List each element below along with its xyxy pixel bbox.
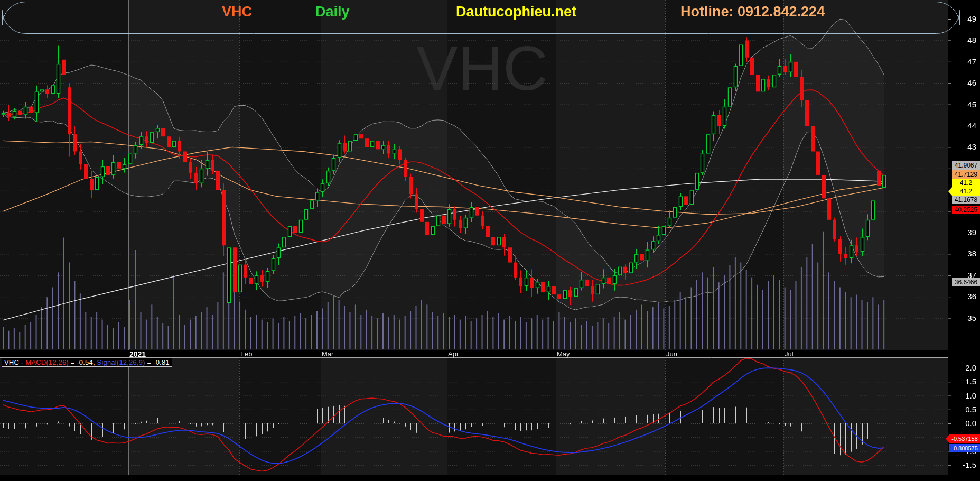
macd-axis-label: 1.0 bbox=[950, 392, 976, 400]
price-tag: 41.7129 bbox=[952, 170, 980, 179]
hotline-label: Hotline: 0912.842.224 bbox=[680, 4, 825, 20]
macd-tag: -0.808575 bbox=[949, 444, 980, 452]
price-tag: 41.2 bbox=[952, 187, 980, 196]
macd-caption-part: MACD(12,26) bbox=[25, 358, 69, 366]
tag-arrow-icon bbox=[946, 434, 949, 443]
macd-axis-label: -1.5 bbox=[950, 461, 976, 469]
price-axis-label: 45 bbox=[950, 100, 976, 108]
price-tag: 41.9067 bbox=[952, 161, 980, 170]
price-axis-label: 38 bbox=[950, 249, 976, 257]
time-axis-month-label: Mar bbox=[322, 350, 333, 358]
time-axis-month-label: Apr bbox=[448, 350, 459, 358]
time-axis-month-label: Jul bbox=[785, 350, 794, 358]
site-label: Dautucophieu.net bbox=[456, 4, 576, 20]
price-tag: 41.1678 bbox=[952, 196, 980, 204]
macd-axis-label: 0.5 bbox=[950, 405, 976, 413]
price-axis-label: 49 bbox=[950, 15, 976, 23]
price-axis-label: 44 bbox=[950, 122, 976, 130]
macd-tag: -0.537158 bbox=[949, 434, 980, 443]
price-axis-label: 47 bbox=[950, 58, 976, 66]
price-tag: 41.2 bbox=[952, 179, 980, 187]
price-axis-label: 36 bbox=[950, 292, 976, 300]
time-axis-month-label: Jun bbox=[666, 350, 677, 358]
macd-axis-label: 2.0 bbox=[950, 364, 976, 372]
time-axis-month-label: May bbox=[557, 350, 570, 358]
price-axis-label: 46 bbox=[950, 79, 976, 87]
price-axis-label: 43 bbox=[950, 143, 976, 151]
time-axis-month-label: Feb bbox=[240, 350, 252, 358]
timeframe-label: Daily bbox=[315, 4, 350, 20]
macd-axis-label: 1.5 bbox=[950, 377, 976, 385]
tag-arrow-icon bbox=[948, 187, 952, 196]
macd-indicator-caption: VHC - MACD(12,26) = -0.54, Signal(12,26,… bbox=[2, 358, 172, 367]
macd-caption-part: VHC - bbox=[4, 358, 25, 366]
stock-chart-app: VHC Daily Dautucophieu.net Hotline: 0912… bbox=[0, 0, 980, 481]
time-axis-year-label: 2021 bbox=[129, 350, 146, 358]
macd-caption-part: = -0.81 bbox=[145, 358, 170, 366]
price-macd-chart-canvas[interactable] bbox=[0, 0, 980, 481]
symbol-label: VHC bbox=[222, 4, 252, 20]
price-tag: 40.2525 bbox=[952, 206, 980, 214]
price-axis-label: 39 bbox=[950, 228, 976, 236]
macd-axis-label: 0.0 bbox=[950, 419, 976, 427]
price-axis-label: 35 bbox=[950, 314, 976, 322]
price-axis-label: 48 bbox=[950, 36, 976, 44]
macd-caption-part: = -0.54, bbox=[69, 358, 97, 366]
macd-caption-part: Signal(12,26,9) bbox=[97, 358, 145, 366]
price-tag: 36.6466 bbox=[952, 278, 980, 286]
